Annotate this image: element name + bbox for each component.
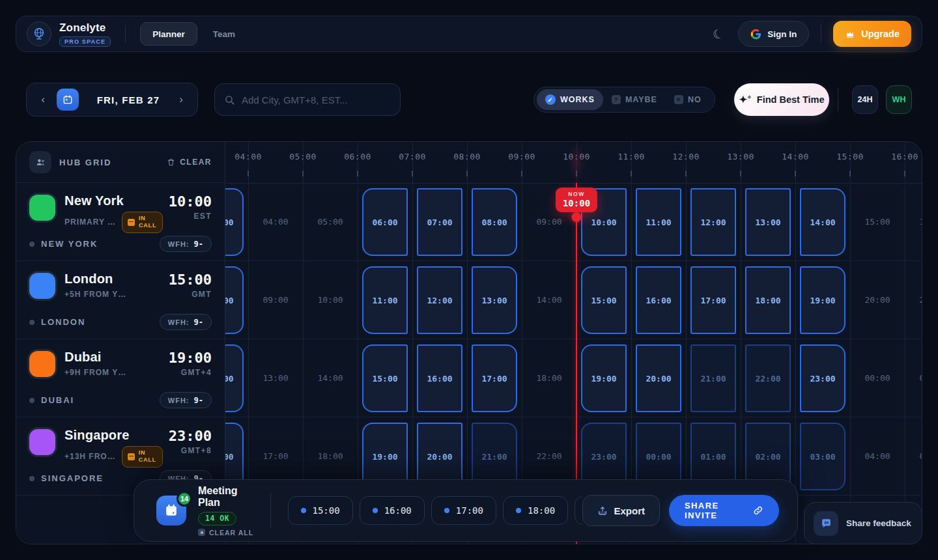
time-slot-13:00[interactable]: 13:00	[248, 339, 303, 417]
time-slot-12:00[interactable]: 12:00	[690, 188, 736, 256]
divider	[125, 25, 126, 42]
time-slot-12:00[interactable]: 12:00	[225, 344, 244, 412]
time-slot-10:00[interactable]: 10:00	[303, 261, 358, 339]
export-button[interactable]: Export	[582, 495, 661, 526]
calendar-icon[interactable]	[57, 89, 79, 111]
find-best-time-button[interactable]: ✦✧ Find Best Time	[734, 83, 829, 116]
time-slot-04:00[interactable]: 04:00	[248, 183, 303, 260]
share-invite-button[interactable]: SHARE INVITE	[669, 495, 779, 526]
tab-team[interactable]: Team	[213, 29, 235, 39]
time-slot-09:00[interactable]: 09:00	[248, 261, 303, 339]
time-slot-08:00[interactable]: 08:00	[472, 188, 517, 256]
timezone-label: GMT	[169, 290, 212, 299]
time-slot-17:00[interactable]: 17:00	[690, 266, 736, 334]
time-slot-13:00[interactable]: 13:00	[472, 266, 517, 334]
hour-tick	[248, 171, 249, 176]
location-dot-icon	[29, 320, 35, 325]
hour-format-toggle[interactable]: 24H	[852, 85, 878, 114]
time-slot-18:00[interactable]: 18:00	[745, 266, 791, 334]
time-slot-21:00[interactable]: 21:00	[690, 344, 736, 412]
time-slot-20:00[interactable]: 20:00	[850, 261, 905, 339]
city-row-new-york[interactable]: New York PRIMARY … IN CALL 10:00 EST NEW…	[16, 183, 225, 261]
export-label: Export	[614, 505, 646, 516]
filter-label: NO	[688, 95, 702, 104]
time-slot-20:00[interactable]: 20:00	[636, 344, 681, 412]
time-slot-18:00[interactable]: 18:00	[522, 339, 576, 417]
time-slot-16:00[interactable]: 16:00	[636, 266, 681, 334]
time-slot-14:00[interactable]: 14:00	[800, 188, 846, 256]
time-slot-05:00[interactable]: 05:00	[905, 417, 922, 495]
hour-tick	[521, 171, 522, 176]
time-slot-05:00[interactable]: 05:00	[303, 183, 358, 260]
time-slot-03:00[interactable]: 03:00	[800, 423, 846, 490]
city-tag: NEW YORK	[41, 239, 160, 249]
filter-maybe[interactable]: ?MAYBE	[603, 89, 666, 110]
wfh-pill[interactable]: WFH: 9-	[160, 314, 212, 330]
chip-time: 17:00	[456, 505, 483, 516]
time-slot-15:00[interactable]: 15:00	[581, 266, 627, 334]
wfh-key: WFH:	[168, 318, 190, 326]
time-slot-08:00[interactable]: 08:00	[225, 266, 244, 334]
trash-icon	[167, 158, 175, 167]
time-slot-23:00[interactable]: 23:00	[800, 344, 846, 412]
time-slot-22:00[interactable]: 22:00	[745, 344, 791, 412]
time-slot-07:00[interactable]: 07:00	[417, 188, 462, 256]
tab-planner[interactable]: Planner	[140, 22, 197, 46]
time-slot-16:00[interactable]: 16:00	[905, 183, 922, 260]
divider	[270, 493, 271, 528]
time-slot-15:00[interactable]: 15:00	[850, 183, 905, 260]
time-slot-21:00[interactable]: 21:00	[905, 261, 922, 339]
working-hours-toggle[interactable]: WH	[886, 85, 912, 114]
time-slot-14:00[interactable]: 14:00	[522, 261, 576, 339]
in-call-badge: IN CALL	[122, 212, 163, 233]
time-chip-16:00[interactable]: 16:00	[360, 496, 425, 525]
time-chip-15:00[interactable]: 15:00	[288, 496, 353, 525]
question-square-icon: ?	[612, 95, 621, 104]
theme-toggle-moon-icon[interactable]: ☾	[711, 25, 726, 42]
local-time: 19:00	[169, 350, 212, 366]
share-feedback-button[interactable]: Share feedback	[804, 502, 922, 544]
time-chip-19:00[interactable]: 19:00	[575, 496, 582, 525]
time-slot-19:00[interactable]: 19:00	[800, 266, 846, 334]
time-slot-06:00[interactable]: 06:00	[362, 188, 408, 256]
hour-label: 08:00	[453, 152, 481, 161]
sign-in-button[interactable]: Sign In	[738, 21, 809, 47]
time-slot-01:00[interactable]: 01:00	[905, 339, 922, 417]
time-chip-18:00[interactable]: 18:00	[503, 496, 568, 525]
time-slot-15:00[interactable]: 15:00	[362, 344, 408, 412]
filter-label: MAYBE	[625, 95, 657, 104]
in-call-label: IN CALL	[139, 215, 157, 230]
time-slot-12:00[interactable]: 12:00	[417, 266, 462, 334]
time-slot-17:00[interactable]: 17:00	[472, 344, 517, 412]
city-search	[214, 83, 401, 116]
time-slot-04:00[interactable]: 04:00	[850, 417, 905, 495]
city-row-london[interactable]: London +5H FROM YOU 15:00 GMT LONDON WFH…	[16, 261, 225, 339]
time-chip-17:00[interactable]: 17:00	[431, 496, 496, 525]
filter-works[interactable]: ✓WORKS	[537, 89, 603, 110]
time-slot-03:00[interactable]: 03:00	[225, 188, 244, 256]
find-best-time-label: Find Best Time	[757, 94, 825, 105]
clear-button[interactable]: CLEAR	[167, 158, 212, 167]
city-subtitle: +13H FRO…	[64, 452, 116, 461]
wfh-pill[interactable]: WFH: 9-	[160, 392, 212, 408]
time-slot-14:00[interactable]: 14:00	[303, 339, 358, 417]
clear-all-button[interactable]: CLEAR ALL	[198, 529, 255, 537]
city-avatar	[29, 429, 55, 455]
time-slot-11:00[interactable]: 11:00	[636, 188, 681, 256]
next-day-button[interactable]: ›	[173, 93, 190, 106]
filter-no[interactable]: ✕NO	[666, 89, 710, 110]
time-slot-00:00[interactable]: 00:00	[850, 339, 905, 417]
time-slot-19:00[interactable]: 19:00	[581, 344, 627, 412]
prev-day-button[interactable]: ‹	[35, 93, 51, 106]
hour-label: 04:00	[234, 152, 262, 161]
export-icon	[597, 505, 608, 516]
upgrade-button[interactable]: Upgrade	[833, 21, 911, 47]
hour-label: 15:00	[836, 152, 864, 161]
search-input[interactable]	[242, 94, 391, 105]
upgrade-label: Upgrade	[861, 29, 900, 39]
wfh-pill[interactable]: WFH: 9-	[160, 236, 212, 252]
time-slot-16:00[interactable]: 16:00	[417, 344, 462, 412]
city-row-dubai[interactable]: Dubai +9H FROM YOU 19:00 GMT+4 DUBAI WFH…	[16, 339, 225, 417]
time-slot-13:00[interactable]: 13:00	[745, 188, 791, 256]
time-slot-11:00[interactable]: 11:00	[362, 266, 408, 334]
